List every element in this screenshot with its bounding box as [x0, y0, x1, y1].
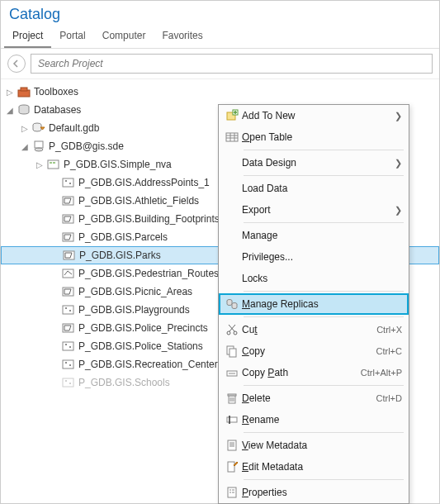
point-layer-icon — [62, 303, 75, 316]
menu-item-label: Cut — [242, 324, 376, 335]
polygon-layer-icon — [62, 231, 75, 244]
svg-rect-19 — [63, 306, 73, 314]
polygon-layer-icon — [62, 212, 75, 226]
menu-shortcut: Ctrl+D — [376, 393, 402, 403]
tree-label: P_GDB.GIS.Picnic_Areas — [78, 286, 192, 297]
menu-shortcut: Ctrl+X — [376, 325, 402, 335]
view-meta-icon — [222, 435, 242, 456]
polygon-layer-icon — [62, 321, 75, 335]
tab-computer[interactable]: Computer — [94, 26, 154, 48]
tree-label: P_GDB.GIS.Police_Stations — [78, 340, 203, 352]
menu-item-label: Privileges... — [242, 251, 402, 263]
svg-point-28 — [69, 364, 71, 366]
expand-icon[interactable]: ▷ — [21, 124, 29, 133]
menu-item-label: Rename — [242, 414, 402, 426]
menu-item-delete[interactable]: DeleteCtrl+D — [219, 388, 409, 409]
menu-separator — [244, 479, 404, 480]
tree-label: P_GDB.GIS.Playgrounds — [78, 304, 190, 316]
menu-item-copy-path[interactable]: Copy PathCtrl+Alt+P — [219, 362, 409, 383]
menu-item-rename[interactable]: Rename — [219, 409, 409, 430]
menu-separator — [244, 175, 404, 176]
collapse-icon[interactable]: ◢ — [21, 142, 29, 151]
menu-item-properties[interactable]: Properties — [219, 482, 409, 503]
chevron-right-icon: ❯ — [391, 111, 402, 121]
menu-item-label: View Metadata — [242, 440, 402, 451]
table-icon — [222, 126, 242, 148]
svg-rect-23 — [63, 342, 73, 350]
tab-bar: Project Portal Computer Favorites — [1, 26, 439, 49]
menu-separator — [244, 432, 404, 433]
svg-point-27 — [65, 362, 67, 364]
tree-label: P_GDB.GIS.Athletic_Fields — [78, 195, 199, 207]
menu-item-load-data[interactable]: Load Data — [219, 178, 409, 199]
menu-item-label: Manage Replicas — [242, 298, 402, 310]
menu-item-manage-replicas[interactable]: Manage Replicas — [219, 293, 409, 315]
collapse-icon[interactable]: ◢ — [6, 106, 14, 115]
svg-rect-8 — [50, 162, 52, 164]
svg-rect-7 — [48, 160, 59, 169]
point-layer-icon — [62, 176, 75, 189]
svg-rect-29 — [63, 378, 73, 387]
svg-rect-58 — [228, 440, 236, 450]
tree-label: P_GDB.GIS.Schools — [78, 377, 170, 388]
svg-rect-26 — [63, 360, 73, 368]
chevron-right-icon: ❯ — [391, 205, 402, 216]
tab-favorites[interactable]: Favorites — [154, 26, 211, 48]
svg-rect-9 — [53, 162, 55, 164]
menu-item-data-design[interactable]: Data Design❯ — [219, 152, 409, 174]
svg-rect-4 — [35, 141, 43, 148]
edit-meta-icon — [222, 456, 242, 478]
context-menu: Add To New❯Open TableData Design❯Load Da… — [218, 104, 409, 504]
search-input[interactable] — [31, 54, 433, 74]
copy-path-icon — [222, 362, 242, 383]
tree-node-toolboxes[interactable]: ▷ Toolboxes — [1, 83, 439, 101]
point-layer-icon — [62, 358, 75, 371]
tree-label: P_GDB.GIS.AddressPoints_1 — [78, 177, 210, 188]
blank-icon — [222, 199, 242, 221]
polygon-layer-icon — [63, 249, 76, 262]
svg-point-25 — [69, 346, 71, 348]
menu-item-open-table[interactable]: Open Table — [219, 126, 409, 148]
menu-item-add-to-new[interactable]: Add To New❯ — [219, 105, 409, 126]
tree-label: Default.gdb — [49, 122, 99, 134]
blank-icon — [222, 225, 242, 246]
polygon-layer-icon — [62, 194, 75, 207]
expand-icon[interactable]: ▷ — [35, 160, 44, 169]
menu-item-label: Copy — [242, 345, 376, 357]
svg-point-24 — [65, 344, 67, 345]
menu-shortcut: Ctrl+C — [376, 346, 402, 356]
menu-item-copy[interactable]: CopyCtrl+C — [219, 340, 409, 362]
tab-project[interactable]: Project — [4, 26, 51, 48]
replicas-icon — [222, 293, 242, 315]
tree-label: P_GDB.GIS.Police_Precincts — [78, 322, 208, 334]
cut-icon — [222, 319, 242, 340]
feature-dataset-icon — [47, 158, 60, 171]
menu-item-label: Load Data — [242, 183, 402, 194]
delete-icon — [222, 388, 242, 409]
tree-label: P_GDB.GIS.Pedestrian_Routes — [78, 268, 219, 279]
menu-item-label: Open Table — [242, 131, 402, 143]
back-button[interactable] — [7, 55, 26, 73]
expand-icon[interactable]: ▷ — [6, 88, 14, 97]
point-layer-icon — [62, 340, 75, 353]
blank-icon — [222, 268, 242, 289]
menu-item-export[interactable]: Export❯ — [219, 199, 409, 221]
menu-item-cut[interactable]: CutCtrl+X — [219, 319, 409, 340]
menu-item-label: Add To New — [242, 110, 391, 121]
menu-item-manage[interactable]: Manage — [219, 225, 409, 246]
menu-item-view-metadata[interactable]: View Metadata — [219, 435, 409, 456]
menu-item-privileges[interactable]: Privileges... — [219, 246, 409, 268]
tree-label: P_GDB@gis.sde — [49, 140, 124, 152]
tab-portal[interactable]: Portal — [51, 26, 93, 48]
tree-label: P_GDB.GIS.Parks — [79, 250, 161, 261]
properties-icon — [222, 482, 242, 503]
svg-point-31 — [69, 383, 71, 384]
menu-item-label: Copy Path — [242, 367, 361, 378]
svg-rect-62 — [228, 462, 234, 472]
blank-icon — [222, 178, 242, 199]
menu-separator — [244, 222, 404, 223]
menu-item-edit-metadata[interactable]: Edit Metadata — [219, 456, 409, 478]
tree-label: P_GDB.GIS.Recreation_Centers — [78, 359, 223, 370]
search-bar — [1, 49, 439, 79]
menu-item-locks[interactable]: Locks — [219, 268, 409, 289]
